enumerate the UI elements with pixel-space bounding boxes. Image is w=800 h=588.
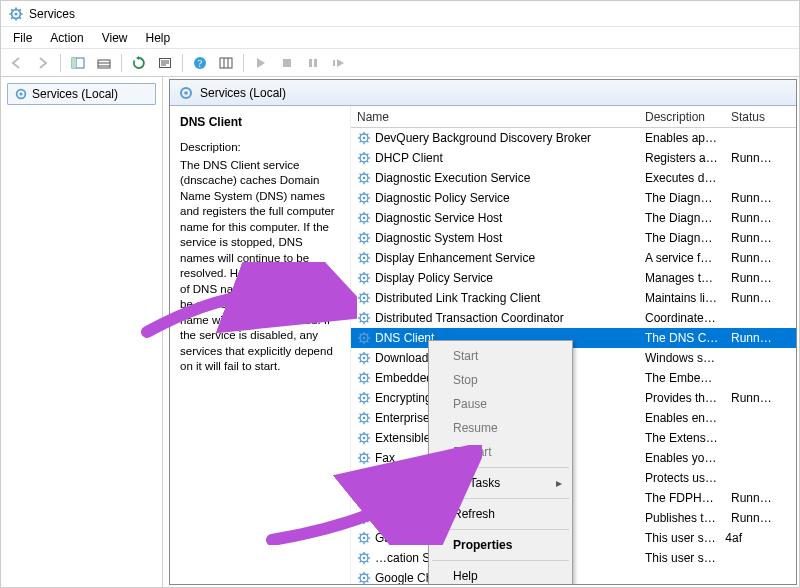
service-description: The Diagnos… — [639, 211, 725, 225]
menu-file[interactable]: File — [5, 29, 40, 47]
service-row[interactable]: …cation SeThis user ser… — [351, 548, 796, 568]
service-row[interactable]: Diagnostic System HostThe Diagnos…Runnin… — [351, 228, 796, 248]
svg-rect-13 — [98, 60, 110, 68]
svg-line-251 — [367, 554, 368, 555]
list-pane: Name Description Status DevQuery Backgro… — [350, 106, 796, 584]
properties-button[interactable] — [153, 52, 177, 74]
detail-pane: DNS Client Description: The DNS Client s… — [170, 106, 350, 584]
service-description: A service for … — [639, 251, 725, 265]
svg-line-200 — [367, 461, 368, 462]
ctx-properties[interactable]: Properties — [431, 533, 570, 557]
service-row[interactable]: Diagnostic Execution ServiceExecutes dia… — [351, 168, 796, 188]
panel-header: Services (Local) — [170, 80, 796, 106]
svg-line-181 — [367, 414, 368, 415]
menu-help[interactable]: Help — [138, 29, 179, 47]
svg-line-89 — [360, 234, 361, 235]
column-status[interactable]: Status — [725, 110, 779, 124]
service-row[interactable]: Display Enhancement ServiceA service for… — [351, 248, 796, 268]
service-row[interactable]: Diagnostic Service HostThe Diagnos…Runni… — [351, 208, 796, 228]
services-window: Services File Action View Help ? Se — [0, 0, 800, 588]
svg-line-182 — [360, 421, 361, 422]
menu-action[interactable]: Action — [42, 29, 91, 47]
help-button[interactable]: ? — [188, 52, 212, 74]
svg-rect-22 — [220, 58, 232, 68]
svg-point-34 — [363, 137, 366, 140]
service-row[interactable]: Google Chrome Elevation Service — [351, 568, 796, 584]
tree-root-item[interactable]: Services (Local) — [7, 83, 156, 105]
service-description: Provides the… — [639, 391, 725, 405]
ctx-all-tasks[interactable]: All Tasks▸ — [431, 471, 570, 495]
restart-service-button — [327, 52, 351, 74]
svg-line-80 — [367, 221, 368, 222]
svg-line-41 — [367, 134, 368, 135]
column-name[interactable]: Name — [351, 110, 639, 124]
service-description: Registers an… — [639, 151, 725, 165]
service-name: Diagnostic Service Host — [375, 211, 502, 225]
service-status: Running — [725, 391, 779, 405]
svg-line-232 — [360, 521, 361, 522]
svg-line-239 — [360, 534, 361, 535]
ctx-separator — [432, 498, 569, 499]
services-icon — [14, 87, 28, 101]
service-row[interactable]: Extensible AuthThe Extensib… — [351, 428, 796, 448]
refresh-button[interactable] — [127, 52, 151, 74]
service-row[interactable]: Function DiscoThe FDPHOS…Running — [351, 488, 796, 508]
service-row[interactable]: Embedded MoThe Embedd… — [351, 368, 796, 388]
menu-view[interactable]: View — [94, 29, 136, 47]
svg-point-184 — [363, 437, 366, 440]
detail-description-label: Description: — [180, 140, 340, 156]
service-icon — [357, 471, 371, 485]
ctx-refresh[interactable]: Refresh — [431, 502, 570, 526]
service-row[interactable]: GameDThis user ser…4af — [351, 528, 796, 548]
service-description: This user ser… — [639, 531, 725, 545]
service-status: Running — [725, 231, 779, 245]
service-status: Running — [725, 491, 779, 505]
service-row[interactable]: Distributed Transaction CoordinatorCoord… — [351, 308, 796, 328]
show-hide-tree-button[interactable] — [66, 52, 90, 74]
service-icon — [357, 491, 371, 505]
service-row[interactable]: Diagnostic Policy ServiceThe Diagnos…Run… — [351, 188, 796, 208]
ctx-stop: Stop — [431, 368, 570, 392]
svg-line-140 — [367, 341, 368, 342]
ctx-help[interactable]: Help — [431, 564, 570, 584]
tree-pane: Services (Local) — [1, 77, 163, 587]
service-description: Publishes thi… — [639, 511, 725, 525]
service-row[interactable]: FaxEnables you … — [351, 448, 796, 468]
service-icon — [357, 351, 371, 365]
service-row[interactable]: DNS ClientThe DNS Cli…Running — [351, 328, 796, 348]
service-icon — [357, 311, 371, 325]
svg-line-211 — [367, 474, 368, 475]
svg-point-164 — [363, 397, 366, 400]
svg-line-6 — [11, 9, 13, 11]
svg-point-224 — [363, 517, 366, 520]
svg-point-74 — [363, 217, 366, 220]
svg-line-81 — [367, 214, 368, 215]
service-row[interactable]: File History SerProtects user… — [351, 468, 796, 488]
service-row[interactable]: Downloaded MWindows ser… — [351, 348, 796, 368]
service-status: Running — [725, 271, 779, 285]
svg-line-191 — [367, 434, 368, 435]
service-row[interactable]: Encrypting FileProvides the…Running — [351, 388, 796, 408]
service-row[interactable]: Display Policy ServiceManages th…Running — [351, 268, 796, 288]
column-description[interactable]: Description — [639, 110, 725, 124]
service-row[interactable]: Function DiscoPublishes thi…Running — [351, 508, 796, 528]
svg-line-250 — [367, 561, 368, 562]
svg-line-201 — [367, 454, 368, 455]
ctx-separator — [432, 529, 569, 530]
service-row[interactable]: DevQuery Background Discovery BrokerEnab… — [351, 128, 796, 148]
svg-line-110 — [367, 281, 368, 282]
pause-service-button — [301, 52, 325, 74]
export-list-button[interactable] — [92, 52, 116, 74]
service-status: Running — [725, 191, 779, 205]
svg-line-61 — [367, 174, 368, 175]
svg-line-172 — [360, 401, 361, 402]
svg-line-189 — [360, 434, 361, 435]
service-row[interactable]: Distributed Link Tracking ClientMaintain… — [351, 288, 796, 308]
svg-line-249 — [360, 554, 361, 555]
service-row[interactable]: Enterprise AppEnables ente… — [351, 408, 796, 428]
service-row[interactable]: DHCP ClientRegisters an…Running — [351, 148, 796, 168]
svg-text:?: ? — [198, 57, 203, 68]
ctx-separator — [432, 467, 569, 468]
svg-line-39 — [360, 134, 361, 135]
columns-button[interactable] — [214, 52, 238, 74]
